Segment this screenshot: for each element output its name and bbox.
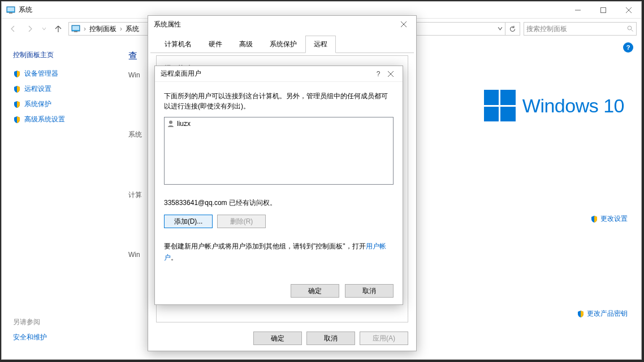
- users-listbox[interactable]: liuzx: [164, 117, 394, 185]
- new-account-text: 要创建新用户帐户或将用户添加到其他组，请转到"控制面板"，打开用户帐户。: [164, 241, 394, 264]
- shield-icon: [13, 116, 21, 124]
- close-button[interactable]: [384, 71, 397, 77]
- system-icon: [6, 6, 15, 15]
- sidebar-header[interactable]: 控制面板主页: [13, 50, 103, 60]
- recent-dropdown[interactable]: [40, 22, 48, 36]
- windows-logo-text: Windows 10: [522, 95, 624, 117]
- cancel-button[interactable]: 取消: [345, 284, 394, 298]
- access-status: 335833641@qq.com 已经有访问权。: [164, 198, 394, 208]
- tabs: 计算机名 硬件 高级 系统保护 远程: [150, 35, 414, 53]
- up-button[interactable]: [51, 22, 65, 36]
- remove-button[interactable]: 删除(R): [217, 215, 266, 228]
- svg-rect-1: [7, 7, 14, 11]
- forward-button[interactable]: [23, 22, 37, 36]
- shield-icon: [13, 70, 21, 78]
- sidebar-item-remote-settings[interactable]: 远程设置: [13, 84, 103, 94]
- tab-computer-name[interactable]: 计算机名: [156, 36, 200, 53]
- shield-icon: [590, 215, 598, 223]
- tab-remote[interactable]: 远程: [305, 36, 336, 53]
- system-icon: [71, 24, 80, 33]
- sidebar-item-security-maintenance[interactable]: 安全和维护: [13, 333, 47, 342]
- user-icon: [167, 120, 175, 128]
- dialog-titlebar: 远程桌面用户 ?: [155, 66, 403, 82]
- cancel-button[interactable]: 取消: [306, 332, 355, 345]
- close-button[interactable]: [397, 18, 410, 31]
- tab-hardware[interactable]: 硬件: [200, 36, 231, 53]
- tab-advanced[interactable]: 高级: [231, 36, 261, 53]
- tab-system-protection[interactable]: 系统保护: [261, 36, 305, 53]
- ok-button[interactable]: 确定: [291, 284, 339, 298]
- change-settings-link[interactable]: 更改设置: [590, 214, 628, 224]
- sidebar-item-advanced-settings[interactable]: 高级系统设置: [13, 115, 103, 124]
- shield-icon: [13, 85, 21, 93]
- dialog-titlebar: 系统属性: [148, 16, 416, 33]
- dialog-title: 远程桌面用户: [161, 69, 372, 78]
- close-button[interactable]: [616, 2, 641, 18]
- svg-rect-9: [74, 31, 77, 32]
- breadcrumb-item[interactable]: 控制面板: [89, 24, 116, 34]
- list-item[interactable]: liuzx: [167, 120, 391, 128]
- chevron-right-icon: ›: [118, 25, 124, 33]
- sidebar-item-device-manager[interactable]: 设备管理器: [13, 69, 103, 78]
- svg-rect-2: [9, 12, 12, 14]
- change-product-key-link[interactable]: 更改产品密钥: [577, 309, 628, 319]
- user-name: liuzx: [177, 120, 191, 128]
- windows-logo-icon: [484, 90, 516, 121]
- remote-desktop-users-dialog: 远程桌面用户 ? 下面所列的用户可以连接到这台计算机。另外，管理员组中的任何成员…: [154, 66, 403, 305]
- chevron-right-icon: ›: [81, 25, 88, 33]
- help-button[interactable]: ?: [372, 70, 384, 78]
- apply-button[interactable]: 应用(A): [360, 332, 408, 345]
- back-button[interactable]: [6, 22, 20, 36]
- svg-point-16: [169, 121, 172, 124]
- sidebar: 控制面板主页 设备管理器 远程设置 系统保护 高级系统设置 另请参阅 安全和维护: [2, 39, 115, 359]
- breadcrumb-item[interactable]: 系统: [126, 24, 139, 34]
- refresh-button[interactable]: [505, 22, 520, 36]
- ok-button[interactable]: 确定: [253, 332, 302, 345]
- svg-point-10: [628, 26, 632, 30]
- maximize-button[interactable]: [590, 2, 616, 18]
- sidebar-footer-header: 另请参阅: [13, 317, 47, 327]
- shield-icon: [577, 310, 585, 318]
- svg-rect-4: [600, 7, 606, 12]
- search-icon: [627, 25, 634, 32]
- svg-line-11: [632, 30, 633, 32]
- dialog-title: 系统属性: [154, 20, 397, 29]
- add-button[interactable]: 添加(D)...: [164, 215, 213, 228]
- chevron-down-icon[interactable]: [498, 25, 503, 33]
- svg-rect-8: [72, 26, 79, 30]
- shield-icon: [13, 101, 21, 108]
- dialog-description: 下面所列的用户可以连接到这台计算机。另外，管理员组中的任何成员都可以进行连接(即…: [164, 91, 394, 111]
- minimize-button[interactable]: [565, 2, 590, 18]
- search-placeholder: 搜索控制面板: [526, 24, 627, 34]
- search-input[interactable]: 搜索控制面板: [524, 22, 637, 36]
- windows-logo: Windows 10: [484, 90, 624, 121]
- window-title: 系统: [19, 5, 32, 15]
- sidebar-item-system-protection[interactable]: 系统保护: [13, 99, 103, 109]
- system-window: 系统 › 控制面板 › 系统 搜索控制面板 ?: [1, 1, 642, 360]
